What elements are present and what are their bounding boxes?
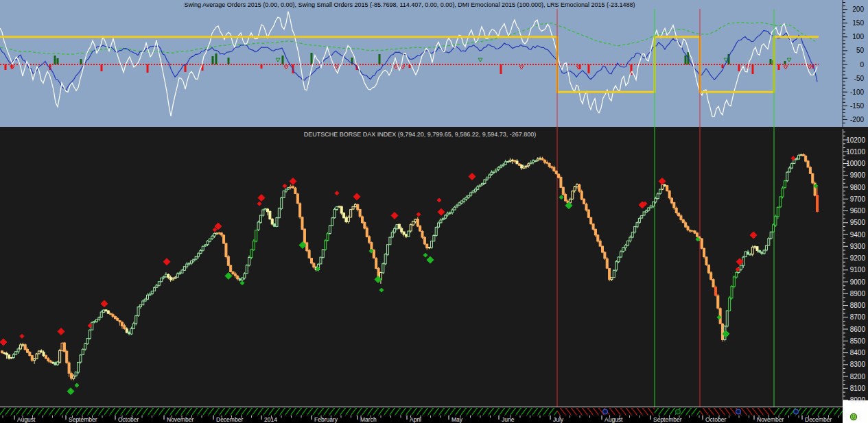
candle [3,352,5,353]
candle [336,207,338,210]
candle [812,173,814,183]
order-icon [603,409,608,414]
timeline-layer[interactable]: AugustSeptemberOctoberNovemberDecember20… [0,407,857,423]
candle [521,165,523,168]
candle [396,225,398,229]
candle [327,234,329,241]
candle [22,345,24,346]
candle [338,206,340,207]
month-label: August [17,416,36,423]
candle [643,212,645,215]
candle [301,217,303,230]
candle [354,204,356,206]
candle [779,197,782,207]
candle [262,210,264,215]
histogram-bar-down [185,64,187,72]
month-label: October [705,416,726,423]
candle [151,291,153,294]
candle [555,171,557,173]
histogram-bar-up [685,56,687,64]
candle [705,257,707,265]
candle [200,251,202,254]
candle [655,198,657,202]
candle [154,288,156,291]
price-axis-label: 9300 [850,243,866,250]
candle [615,262,618,270]
candle [689,230,691,231]
candle [613,270,615,277]
candle [629,237,631,241]
candle [313,263,315,267]
candle [285,189,287,191]
candle [362,217,364,223]
candle [198,254,200,256]
candle [70,374,72,378]
candle [523,167,525,168]
oscillator-axis-label: -50 [854,75,865,82]
chart-canvas[interactable]: 200150100500-50-100-150-2001020010100100… [0,0,868,423]
candle [195,256,197,259]
candle [694,231,696,233]
candle [296,194,298,204]
candle [156,285,158,287]
candle [288,188,290,189]
candle [394,228,396,232]
candle [472,191,474,193]
candle [773,225,775,232]
candle [795,159,797,160]
candle [775,216,777,225]
candle [541,158,543,160]
candle [329,226,331,234]
candle [103,310,105,312]
order-icon [794,409,799,414]
candle [230,265,232,271]
price-axis-label: 10200 [846,136,865,144]
month-label: December [216,416,243,423]
smiley-icon[interactable] [850,413,856,420]
candle [611,278,613,280]
candle [736,273,738,278]
candle [604,252,606,258]
candle [620,252,622,257]
price-axis-label: 8000 [850,396,866,404]
candle [609,269,611,280]
candle [36,354,38,359]
candle [451,210,454,213]
candle [61,343,63,350]
candle [449,213,451,213]
month-label: November [757,416,784,423]
candle [790,164,793,168]
candle [43,352,45,356]
candle [24,345,26,350]
candle [631,232,633,237]
candle [714,287,716,295]
candle [535,160,537,161]
candle [5,353,8,354]
candle [350,210,352,217]
candle [482,183,484,184]
candle [470,193,472,195]
candle [232,271,234,274]
candle [682,220,684,223]
candle [294,188,296,193]
price-axis-label: 8700 [850,313,866,321]
candle [777,207,779,216]
candle [447,213,449,215]
candle [255,230,257,241]
candle [75,372,77,376]
candle [729,298,731,311]
candle [130,328,132,334]
candle [56,362,58,365]
candle [408,231,410,237]
candle [661,185,664,190]
candle [678,213,680,216]
histogram-bar-down [588,64,590,73]
candle [98,317,100,319]
candle [460,201,462,203]
candle [807,161,809,167]
candle [650,206,652,208]
candle [176,274,178,277]
candle [347,217,349,221]
histogram-bar-down [5,64,7,70]
candle [726,311,728,326]
